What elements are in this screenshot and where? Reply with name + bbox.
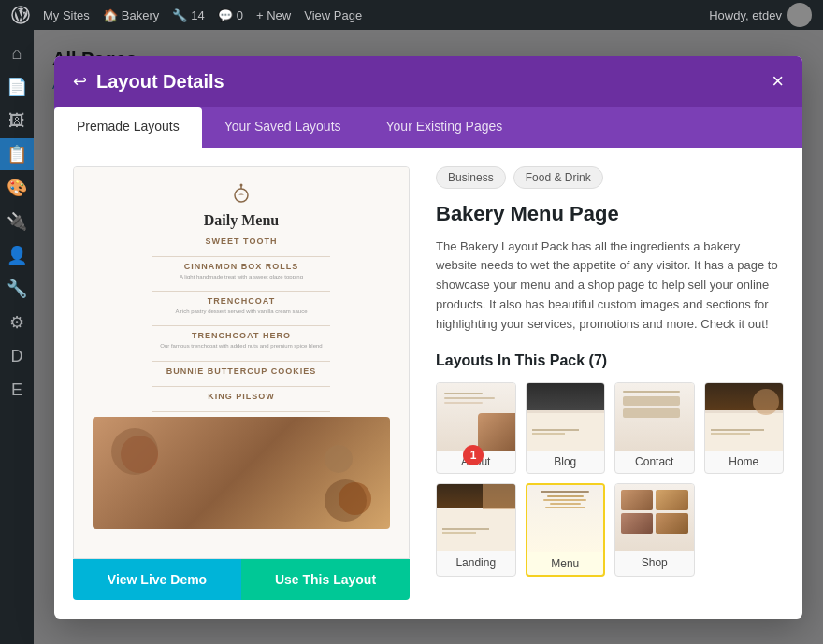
back-icon[interactable]: ↩	[73, 71, 87, 92]
sidebar-icon-media[interactable]: 🖼	[0, 105, 34, 136]
divider-4	[152, 361, 331, 362]
tag-business[interactable]: Business	[436, 166, 506, 189]
layout-thumb-img-blog	[527, 383, 605, 451]
menu-section-6: KING PILSOW	[208, 392, 275, 401]
layout-thumb-blog[interactable]: Blog	[526, 382, 606, 474]
menu-section-4: TRENCHCOAT HERO Our famous trenchcoat wi…	[160, 331, 322, 350]
sidebar-icon-posts[interactable]: 📄	[0, 71, 34, 103]
menu-preview-content: Daily Menu Sweet Tooth CINNAMON BOX ROLL…	[74, 167, 409, 558]
layout-label-contact: Contact	[615, 451, 694, 473]
layout-thumb-img-home	[705, 383, 784, 451]
new-item[interactable]: + New	[256, 8, 291, 22]
wp-logo-item[interactable]	[11, 6, 30, 24]
divider-5	[152, 386, 331, 387]
divider-1	[152, 256, 331, 257]
divider-2	[152, 291, 331, 292]
sidebar-icon-divi[interactable]: D	[0, 340, 34, 372]
layout-thumb-menu[interactable]: Menu	[526, 483, 606, 577]
wp-sidebar: ⌂ 📄 🖼 📋 🎨 🔌 👤 🔧 ⚙ D E	[0, 30, 34, 644]
preview-actions: View Live Demo Use This Layout	[73, 559, 410, 600]
sidebar-icon-settings[interactable]: ⚙	[0, 307, 34, 338]
sidebar-icon-tools[interactable]: 🔧	[0, 273, 34, 305]
howdy-text: Howdy, etdev	[709, 8, 782, 22]
layout-thumb-contact[interactable]: Contact	[614, 382, 695, 474]
tab-premade-layouts[interactable]: Premade Layouts	[54, 107, 202, 148]
bakery-item[interactable]: 🏠 Bakery	[103, 8, 159, 22]
layout-thumb-about[interactable]: About	[436, 382, 516, 474]
view-live-demo-button[interactable]: View Live Demo	[73, 559, 241, 600]
layout-label-blog: Blog	[527, 451, 605, 473]
view-page-item[interactable]: View Page	[304, 8, 362, 22]
layout-details-modal: ↩ Layout Details × Premade Layouts Your …	[54, 56, 802, 619]
modal-header: ↩ Layout Details ×	[54, 56, 802, 107]
layouts-section-title: Layouts In This Pack (7)	[436, 352, 784, 369]
tab-saved-layouts[interactable]: Your Saved Layouts	[202, 107, 364, 148]
sidebar-icon-dashboard[interactable]: ⌂	[0, 37, 34, 69]
admin-bar: My Sites 🏠 Bakery 🔧 14 💬 0 + New View Pa…	[0, 0, 823, 30]
layout-thumb-home[interactable]: Home	[704, 382, 785, 474]
layout-thumb-img-menu	[527, 485, 604, 552]
layout-label-landing: Landing	[437, 551, 515, 574]
layout-thumb-img-landing	[437, 484, 515, 551]
comments-item[interactable]: 💬 0	[218, 8, 243, 22]
avatar	[787, 3, 812, 27]
modal-title: Layout Details	[96, 71, 224, 93]
divider-3	[152, 325, 331, 326]
layouts-grid: About Blog	[436, 382, 784, 577]
layout-thumb-img-shop	[615, 484, 694, 551]
sidebar-icon-plugins[interactable]: 🔌	[0, 206, 34, 237]
tag-group: Business Food & Drink	[436, 166, 784, 189]
layout-thumb-landing[interactable]: Landing	[436, 483, 516, 577]
updates-item[interactable]: 🔧 14	[172, 8, 204, 22]
layout-thumb-shop[interactable]: Shop	[614, 483, 695, 577]
modal-body: Daily Menu Sweet Tooth CINNAMON BOX ROLL…	[54, 148, 802, 619]
use-this-layout-button[interactable]: Use This Layout	[241, 559, 410, 600]
layout-thumb-img-about	[437, 383, 515, 451]
sidebar-icon-et[interactable]: E	[0, 374, 34, 406]
cookie-image	[93, 417, 390, 529]
info-panel: Business Food & Drink Bakery Menu Page T…	[436, 166, 784, 600]
modal-close-button[interactable]: ×	[772, 71, 784, 92]
menu-section-3: TRENCHCOAT A rich pastry dessert served …	[175, 296, 307, 315]
layout-info-title: Bakery Menu Page	[436, 202, 784, 226]
menu-section-5: BUNNIE BUTTERCUP COOKIES	[166, 366, 316, 376]
menu-preview-title: Daily Menu	[204, 212, 279, 229]
my-sites-item[interactable]: My Sites	[43, 8, 90, 22]
divider-6	[152, 411, 331, 412]
modal-tabs: Premade Layouts Your Saved Layouts Your …	[54, 107, 802, 148]
sidebar-icon-appearance[interactable]: 🎨	[0, 172, 34, 204]
svg-point-3	[239, 183, 242, 186]
layout-label-menu: Menu	[527, 552, 604, 575]
sidebar-icon-users[interactable]: 👤	[0, 239, 34, 271]
layout-label-shop: Shop	[615, 551, 694, 574]
sidebar-icon-pages[interactable]: 📋	[0, 138, 34, 170]
menu-section-2: CINNAMON BOX ROLLS A light handmade trea…	[180, 262, 303, 280]
preview-panel: Daily Menu Sweet Tooth CINNAMON BOX ROLL…	[73, 166, 410, 600]
preview-image: Daily Menu Sweet Tooth CINNAMON BOX ROLL…	[73, 166, 410, 559]
admin-bar-right: Howdy, etdev	[709, 3, 812, 27]
bakery-logo-icon	[230, 182, 253, 205]
layout-description: The Bakery Layout Pack has all the ingre…	[436, 237, 784, 335]
modal-overlay: ↩ Layout Details × Premade Layouts Your …	[34, 30, 823, 644]
admin-bar-left: My Sites 🏠 Bakery 🔧 14 💬 0 + New View Pa…	[11, 6, 362, 24]
layout-thumb-img-contact	[615, 383, 694, 451]
layout-label-about: About	[437, 451, 515, 473]
menu-section-1: Sweet Tooth	[206, 236, 278, 246]
tag-food-drink[interactable]: Food & Drink	[513, 166, 603, 189]
layout-label-home: Home	[705, 451, 784, 473]
modal-title-group: ↩ Layout Details	[73, 71, 224, 93]
menu-preview-header: Daily Menu	[204, 182, 279, 229]
tab-existing-pages[interactable]: Your Existing Pages	[364, 107, 526, 148]
